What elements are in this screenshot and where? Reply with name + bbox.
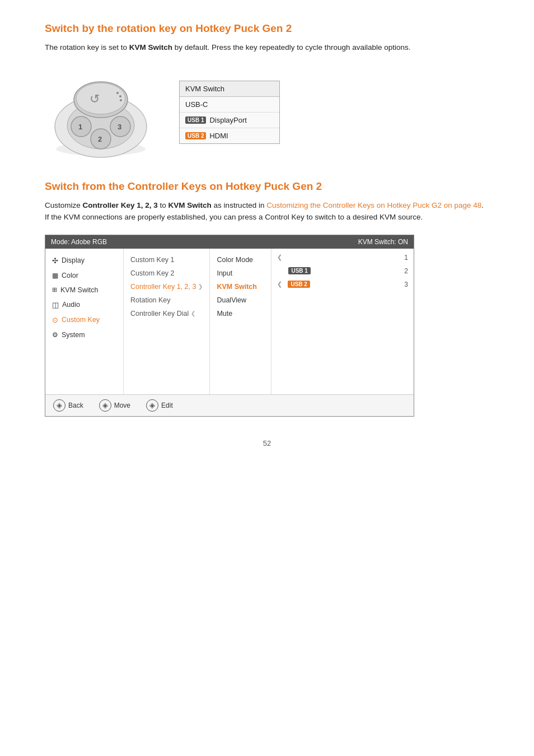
osd-footer: Back Move Edit xyxy=(45,394,414,416)
svg-point-14 xyxy=(120,99,122,101)
usbc-label: USB-C xyxy=(185,100,208,109)
col4-empty5 xyxy=(271,314,414,319)
page48-link[interactable]: Customizing the Controller Keys on Hotke… xyxy=(266,201,481,209)
controller-keys-label: Controller Key 1, 2, 3 xyxy=(130,283,196,291)
display-icon: ✣ xyxy=(52,256,58,265)
col4-usb2-arrow: ❮ xyxy=(277,281,282,288)
osd-header-left: Mode: Adobe RGB xyxy=(51,238,107,246)
col2-controller-dial[interactable]: Controller Key Dial ❮ xyxy=(124,307,209,320)
col2-custom-key1[interactable]: Custom Key 1 xyxy=(124,253,209,267)
col3-kvm-switch[interactable]: KVM Switch xyxy=(210,280,271,293)
col4-usb1-badge: USB 1 xyxy=(288,267,310,274)
col3-color-mode[interactable]: Color Mode xyxy=(210,253,271,267)
col2-custom-key2[interactable]: Custom Key 2 xyxy=(124,267,209,280)
kvm-popup-item-usbc: USB-C xyxy=(180,97,279,113)
controller-keys-arrow: ❯ xyxy=(198,283,203,290)
col4-usbc-arrow: ❮ xyxy=(277,254,282,261)
kvm-popup: KVM Switch USB-C USB 1 DisplayPort USB 2… xyxy=(179,81,280,144)
col4-usbc[interactable]: ❮ USB-C 1 xyxy=(271,251,414,264)
col4-usb2-num: 3 xyxy=(404,281,408,288)
svg-point-4 xyxy=(76,83,125,114)
audio-label: Audio xyxy=(62,301,80,309)
system-icon: ⚙ xyxy=(52,331,58,339)
col4-usb2-badge: USB 2 xyxy=(288,281,310,288)
osd-col3: Color Mode Input KVM Switch DualView Mut… xyxy=(210,249,271,394)
col3-dualview[interactable]: DualView xyxy=(210,293,271,307)
osd-header: Mode: Adobe RGB KVM Switch: ON xyxy=(45,235,414,249)
svg-point-12 xyxy=(116,92,119,94)
menu-audio[interactable]: ◫ Audio xyxy=(45,297,123,312)
col4-empty1 xyxy=(271,291,414,297)
section1-title: Switch by the rotation key on Hotkey Puc… xyxy=(45,22,489,35)
puck-illustration: ↺ 1 2 3 xyxy=(45,65,157,160)
col4-empty3 xyxy=(271,302,414,308)
audio-icon: ◫ xyxy=(52,301,59,309)
svg-text:↺: ↺ xyxy=(90,92,100,106)
menu-custom-key[interactable]: ⊙ Custom Key xyxy=(45,312,123,328)
osd-header-right: KVM Switch: ON xyxy=(358,238,408,246)
osd-col2: Custom Key 1 Custom Key 2 Controller Key… xyxy=(124,249,210,394)
col4-usb2[interactable]: ❮ USB 2 3 xyxy=(271,278,414,291)
footer-back[interactable]: Back xyxy=(53,399,83,412)
back-label: Back xyxy=(68,402,83,409)
col3-input[interactable]: Input xyxy=(210,267,271,280)
section2: Switch from the Controller Keys on Hotke… xyxy=(45,180,489,417)
col4-usb1[interactable]: USB 1 2 xyxy=(271,264,414,278)
col2-rotation-key[interactable]: Rotation Key xyxy=(124,293,209,307)
move-icon xyxy=(99,399,111,412)
col4-usbc-num: 1 xyxy=(404,254,408,262)
menu-kvm[interactable]: ⊞ KVM Switch xyxy=(45,283,123,297)
back-icon xyxy=(53,399,65,412)
usb1-badge: USB 1 xyxy=(185,116,206,124)
osd-col1: ✣ Display ▦ Color ⊞ KVM Switch ◫ Audio ⊙ xyxy=(45,249,124,394)
move-label: Move xyxy=(114,402,130,409)
section1-description: The rotation key is set to KVM Switch by… xyxy=(45,41,489,54)
kvm-label: KVM Switch xyxy=(60,286,98,294)
osd-col4: ❮ USB-C 1 USB 1 2 ❮ USB 2 3 xyxy=(271,249,414,394)
col3-mute[interactable]: Mute xyxy=(210,307,271,320)
section2-description: Customize Controller Key 1, 2, 3 to KVM … xyxy=(45,199,489,223)
page-number: 52 xyxy=(45,439,489,447)
edit-icon xyxy=(146,399,158,412)
svg-text:3: 3 xyxy=(118,123,121,131)
col4-usbc-badge: USB-C xyxy=(288,254,311,261)
svg-text:1: 1 xyxy=(78,123,82,131)
system-label: System xyxy=(62,331,85,339)
hdmi-label: HDMI xyxy=(209,132,228,140)
footer-move[interactable]: Move xyxy=(99,399,130,412)
display-label: Display xyxy=(62,256,85,264)
menu-display[interactable]: ✣ Display xyxy=(45,253,123,268)
custom-key-icon: ⊙ xyxy=(52,316,58,324)
menu-color[interactable]: ▦ Color xyxy=(45,268,123,283)
osd-screen: Mode: Adobe RGB KVM Switch: ON ✣ Display… xyxy=(45,235,414,417)
col4-usb1-num: 2 xyxy=(404,267,408,275)
osd-body: ✣ Display ▦ Color ⊞ KVM Switch ◫ Audio ⊙ xyxy=(45,249,414,394)
color-icon: ▦ xyxy=(52,272,58,279)
usb2-badge: USB 2 xyxy=(185,132,206,139)
dp-label: DisplayPort xyxy=(209,116,246,124)
kvm-popup-item-dp: USB 1 DisplayPort xyxy=(180,113,279,128)
edit-label: Edit xyxy=(161,402,173,409)
section2-title: Switch from the Controller Keys on Hotke… xyxy=(45,180,489,193)
col4-empty2 xyxy=(271,297,414,302)
col2-controller-keys[interactable]: Controller Key 1, 2, 3 ❯ xyxy=(124,280,209,293)
svg-point-13 xyxy=(119,95,121,97)
footer-edit[interactable]: Edit xyxy=(146,399,173,412)
controller-dial-arrow: ❮ xyxy=(191,310,195,316)
custom-key-label: Custom Key xyxy=(62,316,100,324)
menu-system[interactable]: ⚙ System xyxy=(45,328,123,342)
color-label: Color xyxy=(62,272,78,279)
col4-empty4 xyxy=(271,308,414,314)
svg-text:2: 2 xyxy=(98,135,102,143)
kvm-popup-item-hdmi: USB 2 HDMI xyxy=(180,128,279,143)
controller-dial-label: Controller Key Dial xyxy=(130,310,189,318)
section1-content: ↺ 1 2 3 KVM Switch USB-C USB 1 DisplayPo… xyxy=(45,65,489,160)
kvm-popup-title: KVM Switch xyxy=(180,81,279,97)
kvm-icon: ⊞ xyxy=(52,286,57,293)
